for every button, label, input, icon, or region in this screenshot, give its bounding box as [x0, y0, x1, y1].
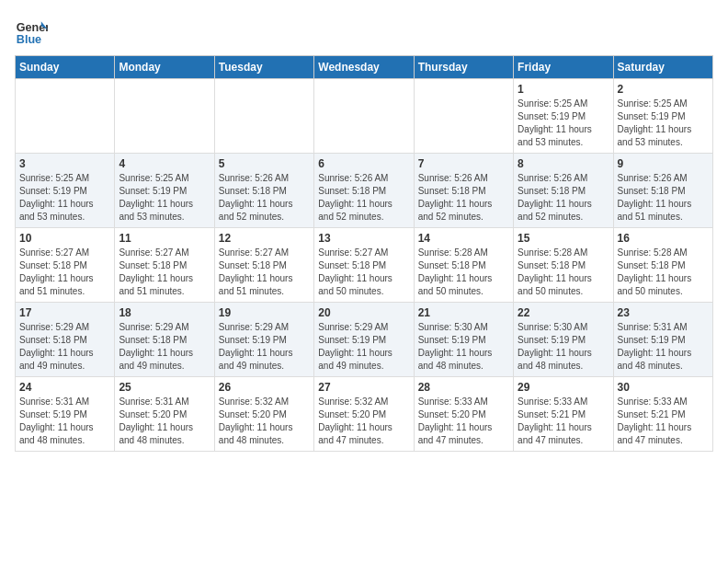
- day-info: Sunrise: 5:30 AM Sunset: 5:19 PM Dayligh…: [418, 321, 509, 373]
- day-info: Sunrise: 5:29 AM Sunset: 5:19 PM Dayligh…: [219, 321, 310, 373]
- calendar-cell: 12Sunrise: 5:27 AM Sunset: 5:18 PM Dayli…: [214, 228, 313, 303]
- calendar-cell: 19Sunrise: 5:29 AM Sunset: 5:19 PM Dayli…: [214, 303, 313, 377]
- calendar-cell: 2Sunrise: 5:25 AM Sunset: 5:19 PM Daylig…: [613, 79, 712, 154]
- day-info: Sunrise: 5:31 AM Sunset: 5:19 PM Dayligh…: [19, 396, 110, 447]
- calendar-table: SundayMondayTuesdayWednesdayThursdayFrid…: [15, 55, 713, 452]
- day-number: 29: [518, 381, 609, 394]
- day-info: Sunrise: 5:27 AM Sunset: 5:18 PM Dayligh…: [19, 247, 110, 298]
- calendar-header-row: SundayMondayTuesdayWednesdayThursdayFrid…: [16, 56, 713, 79]
- day-number: 12: [219, 232, 310, 245]
- calendar-cell: 29Sunrise: 5:33 AM Sunset: 5:21 PM Dayli…: [514, 377, 613, 452]
- day-number: 27: [318, 381, 409, 394]
- calendar-cell: 6Sunrise: 5:26 AM Sunset: 5:18 PM Daylig…: [314, 154, 414, 228]
- weekday-header-monday: Monday: [115, 56, 214, 79]
- day-number: 30: [618, 381, 709, 394]
- calendar-cell: 16Sunrise: 5:28 AM Sunset: 5:18 PM Dayli…: [613, 228, 712, 303]
- day-info: Sunrise: 5:27 AM Sunset: 5:18 PM Dayligh…: [219, 247, 310, 298]
- calendar-week-row: 1Sunrise: 5:25 AM Sunset: 5:19 PM Daylig…: [16, 79, 713, 154]
- weekday-header-sunday: Sunday: [16, 56, 115, 79]
- day-info: Sunrise: 5:33 AM Sunset: 5:20 PM Dayligh…: [418, 396, 509, 447]
- day-info: Sunrise: 5:28 AM Sunset: 5:18 PM Dayligh…: [618, 247, 709, 298]
- page-header: General Blue: [15, 15, 713, 48]
- day-number: 1: [518, 83, 609, 96]
- logo-icon: General Blue: [15, 15, 48, 48]
- day-number: 9: [618, 157, 709, 170]
- calendar-cell: 1Sunrise: 5:25 AM Sunset: 5:19 PM Daylig…: [514, 79, 613, 154]
- calendar-cell: 5Sunrise: 5:26 AM Sunset: 5:18 PM Daylig…: [214, 154, 313, 228]
- day-number: 8: [518, 157, 609, 170]
- day-info: Sunrise: 5:32 AM Sunset: 5:20 PM Dayligh…: [318, 396, 409, 447]
- day-number: 14: [418, 232, 509, 245]
- day-number: 25: [119, 381, 210, 394]
- day-info: Sunrise: 5:26 AM Sunset: 5:18 PM Dayligh…: [518, 172, 609, 224]
- weekday-header-saturday: Saturday: [613, 56, 712, 79]
- day-info: Sunrise: 5:29 AM Sunset: 5:19 PM Dayligh…: [318, 321, 409, 373]
- calendar-cell: 17Sunrise: 5:29 AM Sunset: 5:18 PM Dayli…: [16, 303, 115, 377]
- day-info: Sunrise: 5:31 AM Sunset: 5:19 PM Dayligh…: [618, 321, 709, 373]
- day-number: 26: [219, 381, 310, 394]
- day-number: 19: [219, 306, 310, 319]
- day-info: Sunrise: 5:28 AM Sunset: 5:18 PM Dayligh…: [418, 247, 509, 298]
- day-number: 22: [518, 306, 609, 319]
- calendar-cell: 28Sunrise: 5:33 AM Sunset: 5:20 PM Dayli…: [414, 377, 513, 452]
- calendar-cell: 26Sunrise: 5:32 AM Sunset: 5:20 PM Dayli…: [214, 377, 313, 452]
- day-number: 6: [318, 157, 409, 170]
- day-info: Sunrise: 5:25 AM Sunset: 5:19 PM Dayligh…: [618, 98, 709, 149]
- day-number: 7: [418, 157, 509, 170]
- calendar-week-row: 17Sunrise: 5:29 AM Sunset: 5:18 PM Dayli…: [16, 303, 713, 377]
- day-info: Sunrise: 5:26 AM Sunset: 5:18 PM Dayligh…: [418, 172, 509, 224]
- day-info: Sunrise: 5:33 AM Sunset: 5:21 PM Dayligh…: [518, 396, 609, 447]
- day-number: 24: [19, 381, 110, 394]
- day-info: Sunrise: 5:26 AM Sunset: 5:18 PM Dayligh…: [618, 172, 709, 224]
- calendar-cell: 14Sunrise: 5:28 AM Sunset: 5:18 PM Dayli…: [414, 228, 513, 303]
- calendar-cell: 3Sunrise: 5:25 AM Sunset: 5:19 PM Daylig…: [16, 154, 115, 228]
- calendar-cell: 24Sunrise: 5:31 AM Sunset: 5:19 PM Dayli…: [16, 377, 115, 452]
- day-number: 20: [318, 306, 409, 319]
- calendar-cell: 15Sunrise: 5:28 AM Sunset: 5:18 PM Dayli…: [514, 228, 613, 303]
- svg-text:Blue: Blue: [17, 33, 41, 46]
- day-number: 15: [518, 232, 609, 245]
- day-info: Sunrise: 5:27 AM Sunset: 5:18 PM Dayligh…: [318, 247, 409, 298]
- day-number: 16: [618, 232, 709, 245]
- day-info: Sunrise: 5:25 AM Sunset: 5:19 PM Dayligh…: [518, 98, 609, 149]
- calendar-cell: 23Sunrise: 5:31 AM Sunset: 5:19 PM Dayli…: [613, 303, 712, 377]
- calendar-cell: [115, 79, 214, 154]
- day-number: 10: [19, 232, 110, 245]
- day-info: Sunrise: 5:33 AM Sunset: 5:21 PM Dayligh…: [618, 396, 709, 447]
- day-number: 11: [119, 232, 210, 245]
- calendar-cell: [414, 79, 513, 154]
- day-number: 3: [19, 157, 110, 170]
- calendar-cell: 22Sunrise: 5:30 AM Sunset: 5:19 PM Dayli…: [514, 303, 613, 377]
- weekday-header-tuesday: Tuesday: [214, 56, 313, 79]
- day-number: 2: [618, 83, 709, 96]
- calendar-cell: 27Sunrise: 5:32 AM Sunset: 5:20 PM Dayli…: [314, 377, 414, 452]
- day-info: Sunrise: 5:25 AM Sunset: 5:19 PM Dayligh…: [19, 172, 110, 224]
- weekday-header-friday: Friday: [514, 56, 613, 79]
- day-info: Sunrise: 5:29 AM Sunset: 5:18 PM Dayligh…: [19, 321, 110, 373]
- calendar-cell: 4Sunrise: 5:25 AM Sunset: 5:19 PM Daylig…: [115, 154, 214, 228]
- day-number: 13: [318, 232, 409, 245]
- day-info: Sunrise: 5:32 AM Sunset: 5:20 PM Dayligh…: [219, 396, 310, 447]
- calendar-cell: [314, 79, 414, 154]
- day-number: 18: [119, 306, 210, 319]
- calendar-week-row: 10Sunrise: 5:27 AM Sunset: 5:18 PM Dayli…: [16, 228, 713, 303]
- calendar-week-row: 3Sunrise: 5:25 AM Sunset: 5:19 PM Daylig…: [16, 154, 713, 228]
- day-info: Sunrise: 5:26 AM Sunset: 5:18 PM Dayligh…: [219, 172, 310, 224]
- calendar-cell: 18Sunrise: 5:29 AM Sunset: 5:18 PM Dayli…: [115, 303, 214, 377]
- calendar-cell: 21Sunrise: 5:30 AM Sunset: 5:19 PM Dayli…: [414, 303, 513, 377]
- day-number: 17: [19, 306, 110, 319]
- day-info: Sunrise: 5:28 AM Sunset: 5:18 PM Dayligh…: [518, 247, 609, 298]
- calendar-cell: 30Sunrise: 5:33 AM Sunset: 5:21 PM Dayli…: [613, 377, 712, 452]
- day-number: 28: [418, 381, 509, 394]
- day-info: Sunrise: 5:29 AM Sunset: 5:18 PM Dayligh…: [119, 321, 210, 373]
- calendar-cell: 20Sunrise: 5:29 AM Sunset: 5:19 PM Dayli…: [314, 303, 414, 377]
- calendar-cell: 7Sunrise: 5:26 AM Sunset: 5:18 PM Daylig…: [414, 154, 513, 228]
- calendar-cell: 11Sunrise: 5:27 AM Sunset: 5:18 PM Dayli…: [115, 228, 214, 303]
- day-info: Sunrise: 5:30 AM Sunset: 5:19 PM Dayligh…: [518, 321, 609, 373]
- day-number: 21: [418, 306, 509, 319]
- calendar-cell: 13Sunrise: 5:27 AM Sunset: 5:18 PM Dayli…: [314, 228, 414, 303]
- day-info: Sunrise: 5:27 AM Sunset: 5:18 PM Dayligh…: [119, 247, 210, 298]
- calendar-cell: 8Sunrise: 5:26 AM Sunset: 5:18 PM Daylig…: [514, 154, 613, 228]
- calendar-cell: 10Sunrise: 5:27 AM Sunset: 5:18 PM Dayli…: [16, 228, 115, 303]
- calendar-week-row: 24Sunrise: 5:31 AM Sunset: 5:19 PM Dayli…: [16, 377, 713, 452]
